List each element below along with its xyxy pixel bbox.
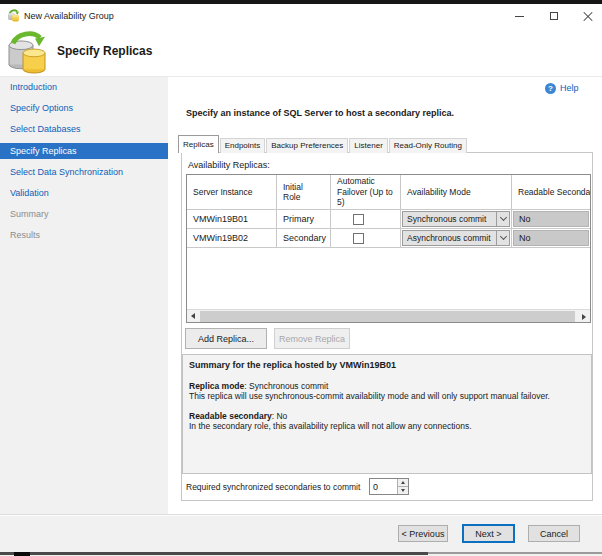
- availability-mode-dropdown[interactable]: Synchronous commit: [402, 211, 510, 227]
- chevron-down-icon[interactable]: [496, 231, 509, 245]
- replicas-database-icon: [6, 29, 48, 74]
- window-title: New Availability Group: [24, 9, 114, 23]
- sidebar-item-select-data-synchronization[interactable]: Select Data Synchronization: [0, 164, 168, 180]
- previous-button[interactable]: < Previous: [398, 525, 448, 542]
- automatic-failover-cell: [331, 210, 401, 228]
- tab-endpoints[interactable]: Endpoints: [220, 138, 266, 153]
- summary-title: Summary for the replica hosted by VMWin1…: [189, 360, 396, 370]
- sidebar-item-specify-options[interactable]: Specify Options: [0, 100, 168, 116]
- close-icon: [583, 11, 593, 21]
- minimize-icon: [515, 16, 524, 17]
- readable-secondary-dropdown: No: [513, 211, 589, 227]
- bottom-edge-strip-dark: [0, 552, 428, 555]
- readable-secondary-cell: No: [512, 229, 590, 247]
- next-button[interactable]: Next >: [462, 524, 515, 543]
- sidebar-item-select-databases[interactable]: Select Databases: [0, 121, 168, 137]
- initial-role-cell: Primary: [277, 210, 331, 228]
- availability-group-icon: [7, 9, 20, 22]
- column-header-automatic-failover: Automatic Failover (Up to 5): [331, 175, 401, 209]
- add-replica-button[interactable]: Add Replica...: [185, 328, 267, 349]
- scroll-left-button[interactable]: [187, 310, 199, 323]
- sidebar-item-results: Results: [0, 227, 168, 243]
- replicas-tab-page: Availability Replicas: Server Instance I…: [181, 152, 593, 501]
- wizard-header: Specify Replicas: [0, 28, 602, 76]
- wizard-steps-sidebar: Introduction Specify Options Select Data…: [0, 77, 168, 514]
- readable-secondary-cell: No: [512, 210, 590, 228]
- grid-header-row: Server Instance Initial Role Automatic F…: [187, 175, 590, 210]
- column-header-initial-role: Initial Role: [277, 175, 331, 209]
- availability-replicas-grid: Server Instance Initial Role Automatic F…: [186, 174, 591, 323]
- spinner-down-icon: [401, 489, 405, 492]
- remove-replica-button: Remove Replica: [274, 328, 350, 349]
- required-secondaries-spinner[interactable]: 0: [369, 478, 409, 495]
- instruction-text: Specify an instance of SQL Server to hos…: [186, 108, 454, 118]
- scroll-right-button[interactable]: [578, 310, 590, 323]
- cancel-button[interactable]: Cancel: [528, 525, 580, 542]
- bottom-edge-blob: [14, 552, 30, 556]
- wizard-content-pane: ? Help Specify an instance of SQL Server…: [170, 77, 602, 514]
- spinner-value[interactable]: 0: [373, 480, 378, 494]
- spinner-buttons: [397, 479, 408, 494]
- scroll-left-icon: [191, 313, 195, 319]
- replica-mode-line: Replica mode: Synchronous commit: [189, 381, 328, 391]
- close-button[interactable]: [571, 4, 602, 28]
- server-instance-cell[interactable]: VMWin19B02: [187, 229, 277, 247]
- spinner-up-button[interactable]: [397, 479, 408, 487]
- sidebar-item-introduction[interactable]: Introduction: [0, 79, 168, 95]
- replica-mode-description: This replica will use synchronous-commit…: [189, 391, 550, 401]
- automatic-failover-checkbox[interactable]: [353, 214, 364, 225]
- tab-replicas[interactable]: Replicas: [178, 135, 219, 153]
- minimize-button[interactable]: [503, 4, 536, 28]
- column-header-availability-mode: Availability Mode: [401, 175, 512, 209]
- replica-summary-panel: Summary for the replica hosted by VMWin1…: [182, 354, 592, 474]
- availability-mode-cell: Asynchronous commit: [401, 229, 512, 247]
- scrollbar-thumb[interactable]: [200, 311, 575, 322]
- tab-strip: Replicas Endpoints Backup Preferences Li…: [178, 135, 468, 153]
- availability-mode-dropdown[interactable]: Asynchronous commit: [402, 230, 510, 246]
- availability-mode-cell: Synchronous commit: [401, 210, 512, 228]
- help-label: Help: [560, 83, 579, 93]
- spinner-up-icon: [401, 481, 405, 484]
- replica-row-2: VMWin19B02 Secondary Asynchronous commit…: [187, 229, 590, 248]
- sidebar-item-validation[interactable]: Validation: [0, 185, 168, 201]
- readable-secondary-description: In the secondary role, this availability…: [189, 421, 472, 431]
- help-link[interactable]: ? Help: [545, 82, 579, 94]
- maximize-icon: [550, 12, 558, 20]
- footer-button-bar: < Previous Next > Cancel: [0, 514, 602, 556]
- title-bar: New Availability Group: [0, 4, 602, 28]
- automatic-failover-checkbox[interactable]: [353, 233, 364, 244]
- chevron-down-icon[interactable]: [496, 212, 509, 226]
- spinner-down-button[interactable]: [397, 487, 408, 495]
- replica-row-1: VMWin19B01 Primary Synchronous commit No: [187, 210, 590, 229]
- availability-replicas-label: Availability Replicas:: [188, 160, 270, 170]
- tab-read-only-routing[interactable]: Read-Only Routing: [389, 138, 467, 153]
- readable-secondary-dropdown: No: [513, 230, 589, 246]
- tab-backup-preferences[interactable]: Backup Preferences: [266, 138, 348, 153]
- readable-secondary-line: Readable secondary: No: [189, 411, 287, 421]
- tab-listener[interactable]: Listener: [349, 138, 387, 153]
- page-title: Specify Replicas: [57, 44, 152, 58]
- scroll-right-icon: [582, 314, 586, 320]
- horizontal-scrollbar[interactable]: [187, 309, 590, 322]
- server-instance-cell[interactable]: VMWin19B01: [187, 210, 277, 228]
- help-icon: ?: [545, 83, 556, 94]
- column-header-readable-secondary: Readable Secondary: [512, 175, 590, 209]
- initial-role-cell: Secondary: [277, 229, 331, 247]
- column-header-server-instance: Server Instance: [187, 175, 277, 209]
- maximize-button[interactable]: [537, 4, 570, 28]
- sidebar-item-specify-replicas[interactable]: Specify Replicas: [0, 143, 170, 159]
- automatic-failover-cell: [331, 229, 401, 247]
- sidebar-item-summary: Summary: [0, 206, 168, 222]
- required-secondaries-label: Required synchronized secondaries to com…: [186, 479, 360, 496]
